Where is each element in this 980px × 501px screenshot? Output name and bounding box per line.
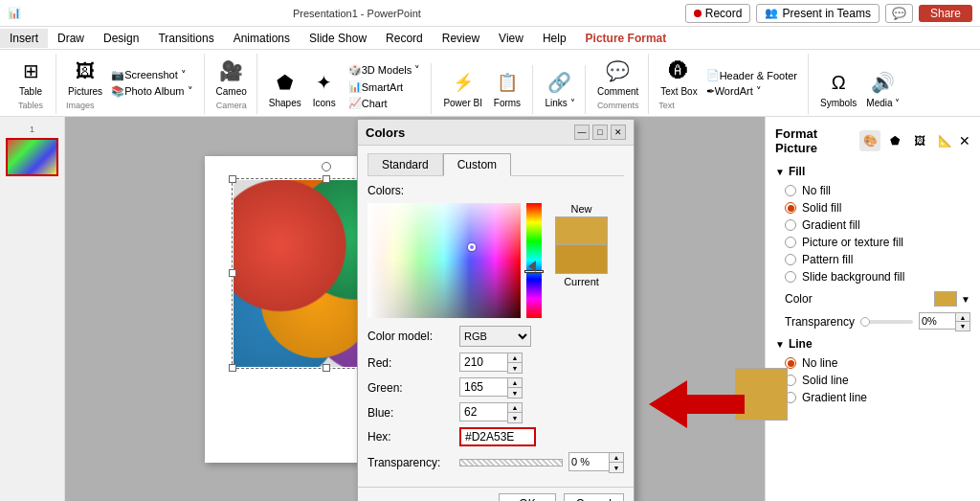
blue-up-button[interactable]: ▲ bbox=[508, 403, 522, 413]
dialog-minimize-button[interactable]: — bbox=[574, 125, 590, 140]
tables-group-label: Tables bbox=[18, 101, 43, 110]
chart-icon: 📈 bbox=[348, 97, 362, 109]
record-button[interactable]: Record bbox=[685, 4, 751, 23]
share-button[interactable]: Share bbox=[919, 5, 972, 22]
ribbon-comment-button[interactable]: 💬 Comment bbox=[595, 54, 640, 99]
screenshot-button[interactable]: 📷 Screenshot ˅ bbox=[108, 68, 195, 82]
media-button[interactable]: 🔊 Media ˅ bbox=[864, 65, 902, 110]
gradient-fill-option[interactable]: Gradient fill bbox=[785, 218, 970, 232]
chart-button[interactable]: 📈 Chart bbox=[345, 96, 424, 110]
red-down-button[interactable]: ▼ bbox=[508, 363, 522, 373]
cancel-button[interactable]: Cancel bbox=[564, 493, 624, 501]
handle-tl[interactable] bbox=[229, 175, 236, 183]
arrow-indicator bbox=[649, 376, 745, 436]
green-input[interactable] bbox=[459, 377, 507, 397]
header-footer-button[interactable]: 📄 Header & Footer bbox=[703, 68, 800, 82]
icons-button[interactable]: ✦ Icons bbox=[307, 65, 342, 110]
dialog-close-button[interactable]: ✕ bbox=[611, 125, 626, 140]
line-label: Line bbox=[789, 337, 813, 351]
dialog-maximize-button[interactable]: □ bbox=[592, 125, 608, 140]
no-line-option[interactable]: No line bbox=[785, 356, 970, 370]
color-picker-button[interactable]: ▼ bbox=[934, 291, 970, 307]
panel-trans-up-button[interactable]: ▲ bbox=[956, 313, 969, 322]
transparency-up-button[interactable]: ▲ bbox=[610, 453, 623, 463]
no-fill-option[interactable]: No fill bbox=[785, 184, 970, 197]
transparency-input[interactable] bbox=[568, 452, 609, 471]
blue-down-button[interactable]: ▼ bbox=[508, 413, 522, 422]
3d-models-button[interactable]: 🎲 3D Models ˅ bbox=[345, 63, 424, 78]
menu-picture-format[interactable]: Picture Format bbox=[576, 29, 677, 48]
panel-trans-down-button[interactable]: ▼ bbox=[956, 322, 969, 330]
hex-input[interactable] bbox=[459, 427, 536, 446]
present-teams-button[interactable]: 👥 Present in Teams bbox=[756, 4, 880, 23]
slide-bg-label: Slide background fill bbox=[802, 270, 904, 284]
blue-input[interactable] bbox=[459, 402, 507, 421]
menu-view[interactable]: View bbox=[489, 29, 533, 48]
color-spectrum[interactable] bbox=[368, 203, 521, 318]
ok-button[interactable]: OK bbox=[499, 493, 555, 501]
tab-standard[interactable]: Standard bbox=[368, 153, 443, 175]
handle-ml[interactable] bbox=[229, 269, 236, 277]
format-tab-layout[interactable]: ⬟ bbox=[884, 130, 905, 151]
album-icon: 📚 bbox=[111, 85, 124, 98]
menu-insert[interactable]: Insert bbox=[0, 29, 48, 48]
pattern-fill-option[interactable]: Pattern fill bbox=[785, 253, 970, 266]
color-model-select[interactable]: RGB HSL bbox=[459, 326, 531, 347]
cameo-icon: 🎥 bbox=[216, 56, 247, 86]
menu-slideshow[interactable]: Slide Show bbox=[300, 29, 376, 48]
green-up-button[interactable]: ▲ bbox=[508, 378, 522, 388]
menu-transitions[interactable]: Transitions bbox=[148, 29, 223, 48]
transparency-down-button[interactable]: ▼ bbox=[610, 463, 623, 472]
smartart-label: SmartArt bbox=[362, 81, 403, 93]
symbols-button[interactable]: Ω Symbols bbox=[818, 65, 858, 110]
tab-custom[interactable]: Custom bbox=[443, 153, 511, 176]
slide-thumbnail[interactable] bbox=[6, 138, 58, 176]
panel-transparency-input[interactable] bbox=[919, 312, 955, 330]
powerbi-button[interactable]: ⚡ Power BI bbox=[441, 65, 484, 110]
comment-button[interactable]: 💬 bbox=[885, 4, 913, 23]
wordart-button[interactable]: ✒ WordArt ˅ bbox=[703, 84, 800, 99]
photo-album-button[interactable]: 📚 Photo Album ˅ bbox=[108, 84, 195, 99]
handle-bl[interactable] bbox=[229, 364, 236, 372]
transparency-bar[interactable] bbox=[459, 459, 563, 467]
shapes-button[interactable]: ⬟ Shapes bbox=[267, 65, 303, 110]
solid-line-option[interactable]: Solid line bbox=[785, 374, 970, 387]
links-button[interactable]: 🔗 Links ˅ bbox=[543, 65, 577, 110]
menu-help[interactable]: Help bbox=[533, 29, 576, 48]
menu-record[interactable]: Record bbox=[376, 29, 433, 48]
panel-transparency-slider[interactable] bbox=[860, 320, 913, 324]
slide-bg-fill-option[interactable]: Slide background fill bbox=[785, 270, 970, 284]
forms-button[interactable]: 📋 Forms bbox=[490, 65, 524, 110]
shapes-label: Shapes bbox=[269, 98, 301, 108]
tab-custom-label: Custom bbox=[457, 158, 497, 171]
green-down-button[interactable]: ▼ bbox=[508, 388, 522, 398]
textbox-button[interactable]: 🅐 Text Box bbox=[658, 54, 699, 99]
menu-review[interactable]: Review bbox=[433, 29, 489, 48]
format-tab-size[interactable]: 📐 bbox=[934, 130, 955, 151]
format-panel-close[interactable]: ✕ bbox=[959, 133, 970, 148]
pictures-button[interactable]: 🖼 Pictures bbox=[66, 54, 104, 99]
handle-rotate[interactable] bbox=[322, 162, 331, 171]
ribbon-table-button[interactable]: ⊞ Table bbox=[13, 54, 48, 99]
format-tab-effects[interactable]: 🎨 bbox=[859, 130, 880, 151]
red-up-button[interactable]: ▲ bbox=[508, 353, 522, 363]
gradient-line-option[interactable]: Gradient line bbox=[785, 391, 970, 404]
handle-tm[interactable] bbox=[323, 175, 330, 183]
red-input[interactable] bbox=[459, 353, 507, 372]
smartart-button[interactable]: 📊 SmartArt bbox=[345, 80, 424, 94]
picture-texture-fill-option[interactable]: Picture or texture fill bbox=[785, 236, 970, 249]
menu-draw[interactable]: Draw bbox=[48, 29, 94, 48]
handle-bm[interactable] bbox=[323, 364, 330, 372]
solid-fill-option[interactable]: Solid fill bbox=[785, 201, 970, 215]
menu-animations[interactable]: Animations bbox=[224, 29, 300, 48]
blue-input-group: ▲ ▼ bbox=[459, 402, 523, 423]
format-tab-image[interactable]: 🖼 bbox=[909, 130, 930, 151]
comments-group-label: Comments bbox=[597, 101, 639, 110]
slider-handle bbox=[860, 317, 870, 327]
fill-section-header[interactable]: ▼ Fill bbox=[775, 165, 970, 178]
cameo-button[interactable]: 🎥 Cameo bbox=[214, 54, 249, 99]
ribbon-comment-icon: 💬 bbox=[603, 56, 634, 86]
line-section-header[interactable]: ▼ Line bbox=[775, 337, 970, 351]
menu-design[interactable]: Design bbox=[94, 29, 148, 48]
symbols-label: Symbols bbox=[820, 98, 857, 108]
